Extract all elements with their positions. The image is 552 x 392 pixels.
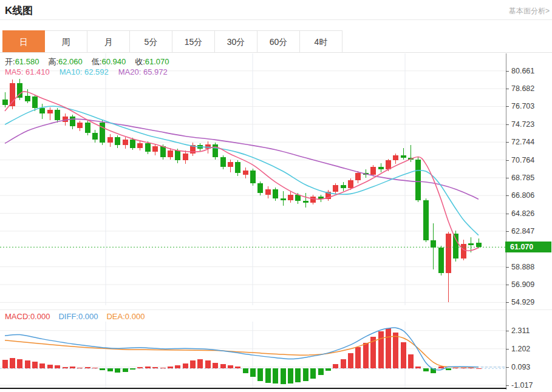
- macd-bar: [115, 368, 120, 373]
- candle-body: [220, 157, 226, 167]
- candle-body: [438, 248, 444, 273]
- tab-5min[interactable]: 5分: [130, 30, 172, 53]
- macd-bar: [85, 367, 90, 369]
- macd-bar: [295, 368, 301, 382]
- macd-bar: [401, 342, 406, 368]
- tabbar-underline: [0, 52, 552, 53]
- macd-bar: [273, 368, 278, 384]
- macd-bar: [130, 368, 135, 370]
- candle-body: [393, 155, 398, 161]
- tab-60min[interactable]: 60分: [257, 30, 300, 53]
- candle-body: [341, 185, 346, 189]
- candle-body: [25, 96, 30, 101]
- fundamental-analysis-link[interactable]: 基本面分析>: [509, 6, 550, 16]
- candle-body: [213, 144, 218, 157]
- macd-bar: [92, 368, 98, 368]
- candle-body: [461, 244, 466, 259]
- open-label: 开:: [5, 57, 15, 66]
- tab-week[interactable]: 周: [45, 30, 87, 53]
- candle-body: [303, 201, 308, 203]
- macd-bar: [228, 365, 233, 368]
- candle-body: [39, 108, 45, 113]
- macd-bar: [257, 368, 263, 380]
- macd-bar: [386, 328, 391, 368]
- interval-tabbar: 日 周 月 5分 15分 30分 60分 4时: [2, 30, 342, 53]
- dea-value-legend: DEA:0.000: [106, 312, 145, 321]
- macd-bar: [220, 364, 226, 368]
- macd-bar: [288, 368, 293, 383]
- candle-body: [370, 167, 376, 175]
- macd-value-legend: MACD:0.000: [5, 312, 50, 321]
- macd-bar: [265, 368, 271, 383]
- candle-body: [310, 197, 316, 203]
- y-axis-tick-label: 72.744: [506, 137, 551, 147]
- macd-bar: [107, 368, 113, 371]
- macd-bar: [168, 367, 173, 368]
- candle-body: [130, 140, 135, 147]
- candle-body: [152, 146, 158, 152]
- macd-bar: [341, 359, 346, 368]
- diff-value-legend: DIFF:0.000: [58, 312, 98, 321]
- open-value: 61.580: [15, 57, 39, 66]
- candle-body: [288, 195, 293, 200]
- y-axis-tick-label: 70.764: [506, 155, 551, 165]
- candle-body: [333, 185, 338, 192]
- candle-body: [431, 240, 436, 248]
- main-chart-canvas[interactable]: [0, 53, 506, 305]
- y-axis-tick-label: 64.826: [506, 209, 551, 218]
- candle-body: [401, 155, 406, 158]
- y-axis-tick-label: 62.847: [506, 226, 551, 236]
- macd-bar: [123, 368, 128, 372]
- candle-body: [175, 150, 180, 160]
- macd-bar: [25, 360, 30, 369]
- tab-month[interactable]: 月: [87, 30, 130, 53]
- macd-bar: [137, 367, 143, 368]
- candle-body: [235, 162, 240, 173]
- macd-bar: [333, 364, 338, 369]
- candle-body: [273, 189, 278, 198]
- page-title: K线图: [5, 4, 33, 18]
- candle-body: [85, 123, 90, 132]
- macd-bar: [190, 360, 196, 368]
- macd-bar: [325, 368, 331, 370]
- candle-body: [415, 160, 421, 200]
- macd-bar: [250, 368, 256, 377]
- macd-bar: [160, 368, 166, 369]
- tab-15min[interactable]: 15分: [172, 30, 215, 53]
- macd-bar: [10, 358, 15, 369]
- macd-bar: [461, 368, 466, 368]
- candle-body: [2, 100, 8, 105]
- ohlc-readout: 开:61.580 高:62.060 低:60.940 收:61.070: [5, 56, 169, 67]
- macd-bar: [2, 360, 8, 368]
- candle-body: [228, 162, 233, 166]
- candle-body: [183, 154, 188, 161]
- candle-body: [70, 117, 75, 126]
- macd-chart-canvas[interactable]: [0, 322, 506, 390]
- y-axis-tick-label: 2.311: [506, 326, 551, 336]
- candle-body: [145, 143, 151, 151]
- candle-body: [243, 171, 248, 175]
- tab-day[interactable]: 日: [2, 30, 45, 53]
- ma-legend: MA5: 61.410 MA10: 62.592 MA20: 65.972: [5, 67, 168, 76]
- candle-body: [265, 189, 271, 195]
- macd-bar: [393, 333, 398, 369]
- macd-bar: [415, 367, 421, 368]
- tab-4hour[interactable]: 4时: [300, 30, 342, 53]
- macd-legend: MACD:0.000 DIFF:0.000 DEA:0.000: [5, 312, 145, 321]
- macd-bar: [152, 367, 158, 369]
- macd-bar: [145, 367, 151, 368]
- candle-body: [100, 123, 105, 143]
- tab-30min[interactable]: 30分: [215, 30, 257, 53]
- candle-body: [250, 171, 256, 183]
- y-axis-tick-label: 80.661: [506, 66, 551, 76]
- low-label: 低:: [92, 57, 102, 66]
- y-axis-tick-label: 1.202: [506, 344, 551, 354]
- current-price-tag: 61.070: [505, 242, 551, 252]
- panel-divider: [0, 309, 552, 310]
- macd-bar: [47, 365, 53, 368]
- low-value: 60.940: [101, 57, 126, 66]
- macd-bar: [205, 360, 211, 369]
- candle-body: [123, 140, 128, 145]
- y-axis-tick-label: 78.682: [506, 84, 551, 93]
- ma10-legend: MA10: 62.592: [60, 67, 109, 76]
